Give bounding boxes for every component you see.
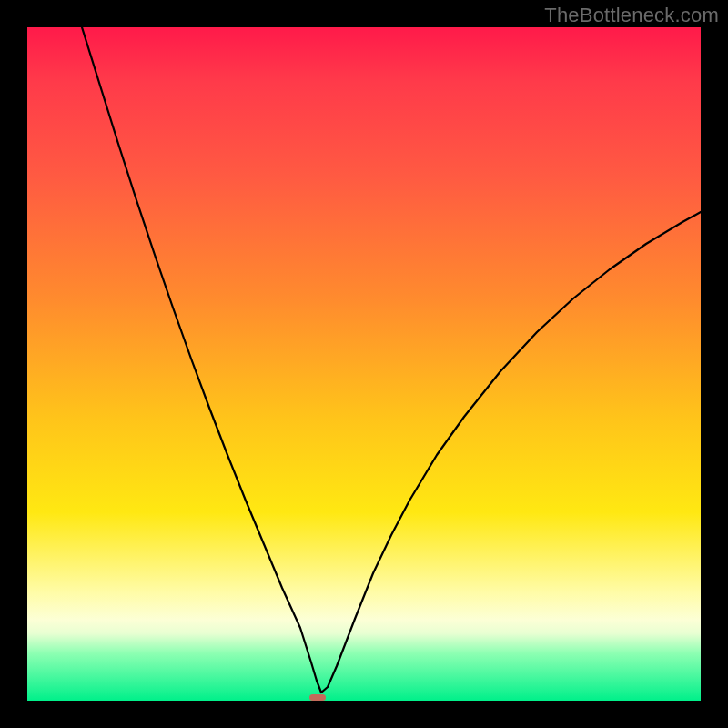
watermark-text: TheBottleneck.com: [544, 4, 719, 27]
chart-frame: TheBottleneck.com: [0, 0, 728, 728]
plot-area: [27, 27, 701, 701]
minimum-marker: [309, 694, 326, 701]
curve-svg: [27, 27, 701, 701]
bottleneck-curve: [82, 27, 701, 693]
